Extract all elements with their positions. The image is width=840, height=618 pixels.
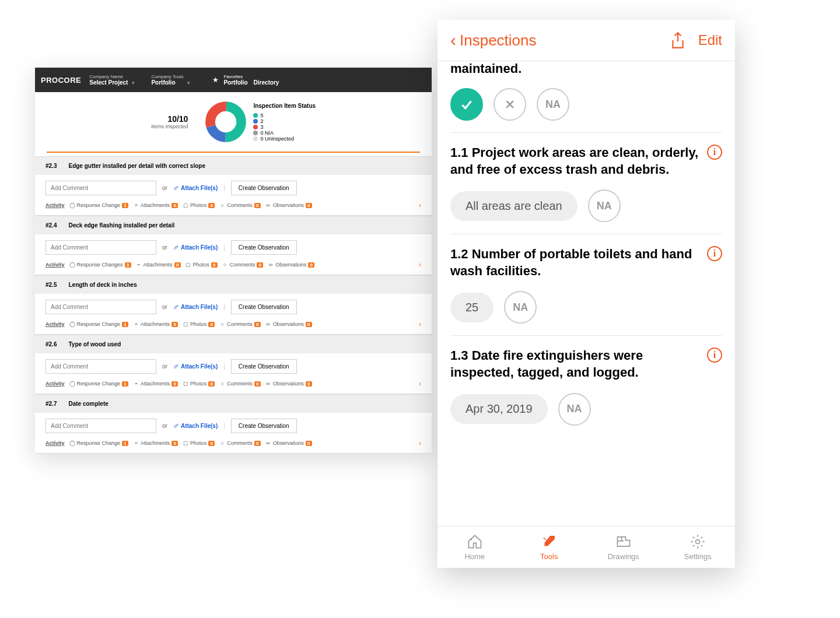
attachments-stat[interactable]: 𝄐Attachments 0: [133, 202, 178, 208]
chevron-right-icon[interactable]: ›: [419, 201, 421, 209]
tools-dropdown-label: Company Tools: [151, 74, 183, 79]
mobile-content[interactable]: maintained. NA 1.1 Project work areas ar…: [438, 61, 735, 526]
edit-button[interactable]: Edit: [698, 32, 722, 48]
camera-icon: ▢: [183, 440, 188, 446]
tab-tools[interactable]: Tools: [512, 526, 587, 568]
photos-stat[interactable]: ▢Photos 0: [183, 381, 215, 387]
info-icon[interactable]: i: [707, 145, 722, 160]
activity-bar: Activity ◯Response Change 1 𝄐Attachments…: [35, 201, 432, 216]
fav-link-portfolio[interactable]: Portfolio: [223, 79, 247, 86]
na-button[interactable]: NA: [588, 189, 621, 222]
fail-button[interactable]: [494, 88, 526, 121]
attach-file-link[interactable]: Attach File(s): [173, 363, 218, 370]
attachments-stat[interactable]: 𝄐Attachments 0: [133, 440, 178, 446]
row-number: #2.5: [46, 282, 57, 288]
legend-dot-icon: [253, 125, 258, 129]
item-2-value[interactable]: 25: [450, 293, 494, 322]
legend-count: 0 N/A: [260, 130, 274, 136]
chevron-right-icon[interactable]: ›: [419, 439, 421, 447]
company-dropdown[interactable]: Company Name Select Project: [89, 74, 128, 86]
divider-accent: [47, 152, 420, 153]
row-header: #2.7 Date complete: [35, 395, 432, 413]
attach-file-link[interactable]: Attach File(s): [173, 304, 218, 310]
activity-label: Activity: [46, 381, 65, 387]
comment-input[interactable]: [46, 181, 156, 195]
photos-stat[interactable]: ▢Photos 0: [183, 440, 215, 446]
response-change-stat[interactable]: ◯Response Change 1: [69, 381, 129, 387]
create-observation-button[interactable]: Create Observation: [231, 181, 297, 195]
legend-count: 3: [260, 124, 263, 130]
favorites-section: ★ Favorites Portfolio Directory: [212, 74, 279, 86]
item-3-value[interactable]: Apr 30, 2019: [450, 394, 548, 424]
comments-stat[interactable]: ○Comments 0: [219, 202, 261, 208]
row-number: #2.3: [46, 163, 57, 169]
tab-drawings[interactable]: Drawings: [586, 526, 661, 568]
comments-stat[interactable]: ○Comments 0: [219, 440, 261, 446]
separator: |: [223, 244, 225, 251]
gear-icon: [690, 533, 706, 550]
comment-input[interactable]: [46, 359, 156, 374]
attachments-stat[interactable]: 𝄐Attachments 0: [133, 381, 178, 387]
na-button[interactable]: NA: [558, 393, 591, 426]
comment-input[interactable]: [46, 240, 156, 255]
mobile-nav-bar: ‹ Inspections Edit: [438, 20, 735, 61]
tools-dropdown[interactable]: Company Tools Portfolio: [151, 74, 183, 86]
comments-stat[interactable]: ○Comments 0: [222, 262, 264, 268]
row-title: Deck edge flashing installed per detail: [68, 222, 174, 229]
attach-file-link[interactable]: Attach File(s): [173, 423, 218, 429]
response-change-stat[interactable]: ◯Response Change 1: [69, 440, 129, 446]
info-icon[interactable]: i: [707, 347, 722, 363]
row-body: or Attach File(s) | Create Observation: [35, 413, 432, 439]
inspection-row: #2.6 Type of wood used or Attach File(s)…: [35, 335, 432, 394]
attachments-stat[interactable]: 𝄐Attachments 0: [133, 321, 178, 327]
fav-link-directory[interactable]: Directory: [254, 79, 279, 86]
legend-dot-icon: [253, 119, 258, 124]
mobile-tab-bar: Home Tools Drawings Settings: [438, 526, 735, 568]
comment-input[interactable]: [46, 300, 156, 314]
pass-button[interactable]: [450, 88, 483, 121]
observations-stat[interactable]: ∞Observations 0: [265, 440, 312, 446]
observations-stat[interactable]: ∞Observations 0: [265, 202, 312, 208]
chevron-right-icon[interactable]: ›: [419, 380, 421, 388]
row-body: or Attach File(s) | Create Observation: [35, 353, 432, 380]
na-button[interactable]: NA: [504, 291, 537, 324]
observations-stat[interactable]: ∞Observations 0: [265, 381, 312, 387]
attachments-stat[interactable]: 𝄐Attachments 0: [136, 262, 181, 268]
observations-stat[interactable]: ∞Observations 0: [268, 262, 314, 268]
comments-stat[interactable]: ○Comments 0: [219, 381, 261, 387]
response-change-stat[interactable]: ◯Response Change 1: [69, 202, 129, 208]
attach-file-link[interactable]: Attach File(s): [173, 244, 218, 251]
tab-settings[interactable]: Settings: [661, 526, 736, 568]
activity-bar: Activity ◯Response Changes 3 𝄐Attachment…: [35, 261, 432, 275]
response-change-stat[interactable]: ◯Response Changes 3: [69, 262, 131, 268]
item-2-title: 1.2 Number of portable toilets and hand …: [450, 246, 700, 279]
activity-bar: Activity ◯Response Change 1 𝄐Attachments…: [35, 380, 432, 394]
na-button[interactable]: NA: [537, 88, 569, 121]
desktop-header: PROCORE Company Name Select Project Comp…: [35, 68, 432, 92]
paperclip-icon: 𝄐: [136, 262, 142, 268]
photos-stat[interactable]: ▢Photos 0: [186, 262, 218, 268]
create-observation-button[interactable]: Create Observation: [231, 359, 297, 374]
comment-input[interactable]: [46, 419, 156, 433]
legend-count: 5: [260, 113, 263, 118]
back-button[interactable]: ‹ Inspections: [450, 30, 537, 50]
comments-stat[interactable]: ○Comments 0: [219, 321, 261, 327]
chevron-right-icon[interactable]: ›: [419, 320, 421, 328]
create-observation-button[interactable]: Create Observation: [231, 240, 297, 255]
company-dropdown-label: Company Name: [89, 74, 128, 79]
item-1-value[interactable]: All areas are clean: [450, 191, 578, 221]
share-icon[interactable]: [670, 31, 685, 49]
create-observation-button[interactable]: Create Observation: [231, 300, 297, 314]
tab-home[interactable]: Home: [438, 526, 512, 568]
chevron-right-icon[interactable]: ›: [419, 261, 421, 269]
create-observation-button[interactable]: Create Observation: [231, 419, 297, 433]
attach-file-link[interactable]: Attach File(s): [173, 185, 218, 191]
response-change-stat[interactable]: ◯Response Change 1: [69, 321, 129, 327]
activity-bar: Activity ◯Response Change 1 𝄐Attachments…: [35, 320, 432, 335]
row-header: #2.6 Type of wood used: [35, 335, 432, 353]
info-icon[interactable]: i: [707, 246, 722, 261]
observations-stat[interactable]: ∞Observations 0: [265, 321, 312, 327]
camera-icon: ▢: [183, 321, 188, 327]
photos-stat[interactable]: ▢Photos 0: [183, 202, 215, 208]
photos-stat[interactable]: ▢Photos 0: [183, 321, 215, 327]
